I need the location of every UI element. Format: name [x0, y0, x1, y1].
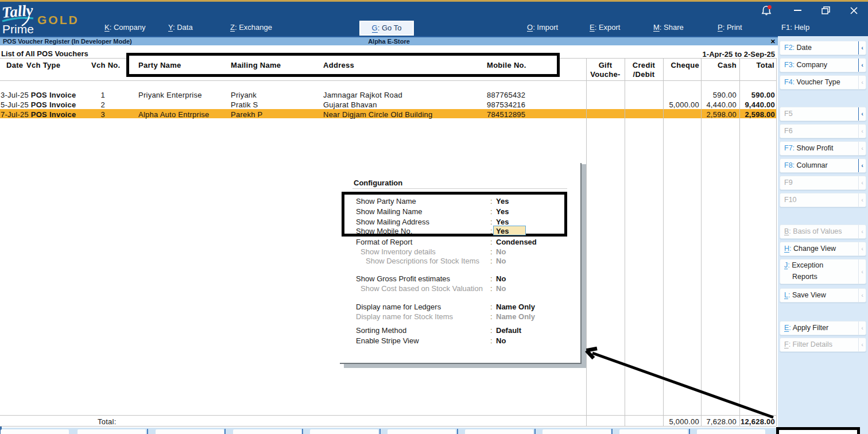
svg-text:Prime: Prime	[2, 22, 34, 36]
svg-text:GOLD: GOLD	[37, 13, 79, 26]
